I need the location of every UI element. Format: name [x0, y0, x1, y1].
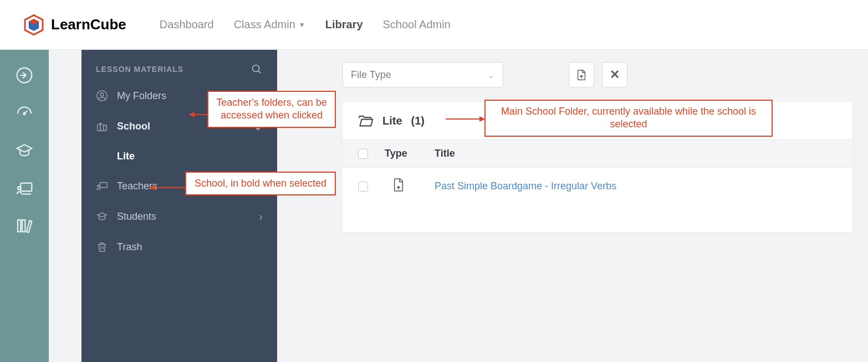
table-header: Type Title [343, 139, 852, 168]
top-navigation: Dashboard Class Admin ▼ Library School A… [160, 18, 451, 31]
brand-name: LearnCube [51, 16, 126, 33]
nav-library[interactable]: Library [325, 18, 363, 31]
sidebar-lite-label: Lite [117, 151, 135, 162]
svg-point-9 [253, 65, 259, 72]
file-title-link[interactable]: Past Simple Boardgame - Irregular Verbs [435, 180, 616, 192]
sidebar-school-label: School [117, 121, 150, 132]
svg-rect-7 [18, 220, 21, 231]
enter-icon[interactable] [16, 66, 33, 84]
nav-class-admin[interactable]: Class Admin ▼ [234, 18, 305, 31]
row-checkbox[interactable] [358, 182, 368, 192]
file-type-placeholder: File Type [351, 69, 391, 81]
svg-rect-8 [22, 220, 25, 231]
books-icon[interactable] [16, 217, 33, 235]
export-pdf-button[interactable] [569, 62, 594, 87]
close-icon: ✕ [610, 68, 620, 82]
graduate-icon[interactable] [16, 142, 33, 159]
caret-down-icon: ▼ [299, 21, 305, 29]
logo-icon [22, 13, 45, 37]
column-type-header: Type [385, 148, 418, 159]
nav-library-label: Library [325, 18, 363, 31]
building-icon [96, 120, 108, 132]
classroom-icon[interactable] [16, 179, 33, 197]
students-icon [96, 211, 108, 223]
annotation-school-selected: School, in bold when selected [185, 172, 336, 195]
svg-rect-5 [21, 183, 32, 192]
left-rail [0, 50, 49, 362]
file-type-select[interactable]: File Type ⌄ [343, 62, 503, 87]
nav-school-admin-label: School Admin [383, 18, 451, 31]
search-icon[interactable] [251, 63, 263, 75]
svg-point-13 [98, 185, 100, 187]
gauge-icon[interactable] [16, 104, 33, 122]
nav-school-admin[interactable]: School Admin [383, 18, 451, 31]
sidebar-item-students[interactable]: Students › [81, 201, 277, 232]
annotation-arrow [190, 114, 208, 115]
breadcrumb-name: Lite [382, 115, 402, 127]
rail-spacer [49, 50, 81, 362]
svg-point-11 [100, 93, 104, 96]
sidebar-item-trash[interactable]: Trash [81, 232, 277, 262]
nav-dashboard-label: Dashboard [160, 18, 214, 31]
svg-point-4 [24, 113, 25, 115]
annotation-arrow [150, 187, 185, 188]
sidebar-trash-label: Trash [117, 241, 142, 253]
annotation-arrow [446, 118, 484, 120]
breadcrumb-count: (1) [411, 115, 425, 127]
pdf-icon [392, 178, 405, 192]
annotation-main-folder: Main School Folder, currently available … [484, 100, 773, 137]
sidebar-my-folders-label: My Folders [117, 90, 166, 102]
column-title-header: Title [435, 148, 837, 159]
brand-logo[interactable]: LearnCube [22, 13, 126, 37]
close-button[interactable]: ✕ [602, 62, 627, 87]
sidebar-item-lite[interactable]: Lite [81, 142, 277, 171]
top-bar: LearnCube Dashboard Class Admin ▼ Librar… [0, 0, 868, 50]
nav-dashboard[interactable]: Dashboard [160, 18, 214, 31]
row-type-cell [385, 178, 418, 195]
filter-row: File Type ⌄ ✕ [343, 62, 852, 87]
nav-class-admin-label: Class Admin [234, 18, 295, 31]
folder-open-icon [358, 114, 374, 127]
trash-icon [96, 241, 108, 253]
main-content: File Type ⌄ ✕ Lite (1) Type Title [277, 50, 868, 362]
svg-point-6 [18, 187, 21, 189]
teachers-icon [96, 180, 108, 193]
svg-rect-12 [100, 182, 107, 187]
table-row: Past Simple Boardgame - Irregular Verbs [343, 168, 852, 205]
chevron-right-icon: › [259, 210, 263, 223]
user-circle-icon [96, 90, 108, 102]
chevron-down-icon: ⌄ [487, 69, 495, 81]
sidebar-title: LESSON MATERIALS [96, 65, 183, 74]
sidebar-students-label: Students [117, 211, 156, 223]
annotation-teachers-folders: Teacher's folders, can be accessed when … [207, 91, 336, 128]
select-all-checkbox[interactable] [358, 149, 368, 159]
